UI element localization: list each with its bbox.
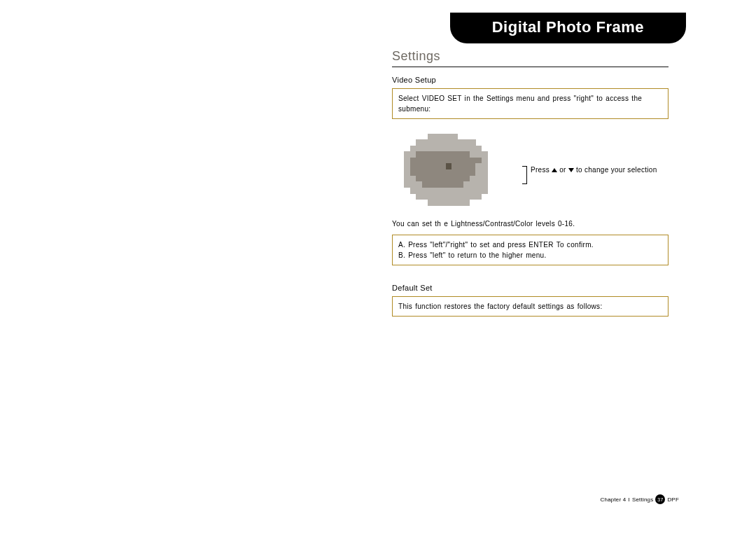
callout: Press or to change your selection [519,165,657,175]
callout-post: to change your selection [576,166,657,174]
default-set-text: This function restores the factory defau… [398,303,602,310]
page-number-badge: 37 [655,494,665,504]
up-arrow-icon [552,168,557,172]
instruction-line-b: B. Press "left" to return to the higher … [398,250,662,260]
header-title: Digital Photo Frame [492,18,644,36]
section-title: Settings [392,49,668,64]
callout-pre: Press [531,166,550,174]
down-arrow-icon [568,168,574,172]
spacer [392,274,668,284]
footer-chapter: Chapter 4 [601,496,626,503]
default-set-box: This function restores the factory defau… [392,296,668,317]
footer-suffix: DPF [667,496,679,503]
video-setup-heading: Video Setup [392,76,668,84]
default-set-heading: Default Set [392,284,668,292]
instruction-line-a: A. Press "left"/"right" to set and press… [398,239,662,250]
divider [392,67,668,67]
page-footer: Chapter 4 I Settings 37 DPF [601,494,680,504]
footer-sep: I [628,496,629,503]
video-setup-text: Select VIDEO SET in the Settings menu an… [398,95,642,113]
illustration-row: Press or to change your selection [392,127,668,211]
manual-page: Digital Photo Frame Settings Video Setup… [0,0,756,535]
pixelated-illustration [392,127,511,211]
footer-section: Settings [632,496,654,503]
video-setup-box: Select VIDEO SET in the Settings menu an… [392,88,668,119]
content-column: Settings Video Setup Select VIDEO SET in… [392,49,668,325]
levels-text: You can set th e Lightness/Contrast/Colo… [392,220,668,228]
instructions-box: A. Press "left"/"right" to set and press… [392,235,668,265]
callout-bracket-icon [519,166,527,184]
callout-mid: or [559,166,566,174]
header-tab: Digital Photo Frame [450,13,686,43]
